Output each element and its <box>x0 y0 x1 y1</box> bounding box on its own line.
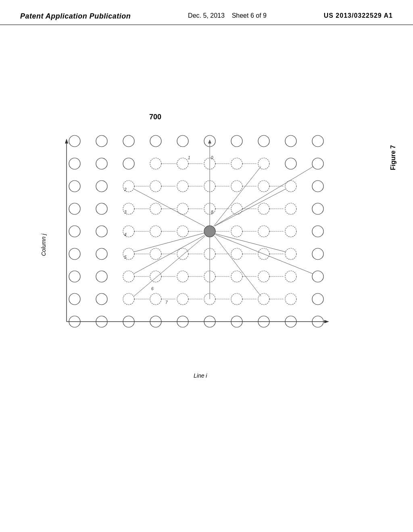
svg-point-26 <box>69 181 80 192</box>
svg-text:5: 5 <box>124 255 127 260</box>
svg-point-93 <box>285 248 296 260</box>
svg-line-144 <box>215 236 261 296</box>
svg-line-141 <box>134 233 204 252</box>
svg-point-57 <box>258 203 269 214</box>
sheet-info: Sheet 6 of 9 <box>232 12 267 19</box>
svg-point-125 <box>258 293 269 305</box>
header-center: Dec. 5, 2013 Sheet 6 of 9 <box>188 12 267 19</box>
svg-point-78 <box>69 248 80 260</box>
svg-point-27 <box>96 181 107 192</box>
svg-point-72 <box>231 226 242 237</box>
svg-point-76 <box>285 226 296 237</box>
svg-point-100 <box>150 271 161 282</box>
svg-point-128 <box>312 293 323 305</box>
svg-point-15 <box>177 158 188 169</box>
svg-line-148 <box>215 235 313 274</box>
publication-date: Dec. 5, 2013 <box>188 12 225 19</box>
svg-point-60 <box>312 203 323 214</box>
svg-point-127 <box>285 293 296 305</box>
svg-point-113 <box>96 293 107 305</box>
svg-point-9 <box>312 135 323 147</box>
svg-point-85 <box>177 248 188 260</box>
figure-7-svg: 1 0 2 <box>60 133 343 367</box>
svg-point-6 <box>231 135 242 147</box>
svg-marker-153 <box>65 139 68 143</box>
svg-point-108 <box>258 271 269 282</box>
svg-marker-155 <box>324 320 329 323</box>
svg-point-8 <box>285 135 296 147</box>
svg-point-117 <box>150 293 161 305</box>
svg-point-123 <box>231 293 242 305</box>
svg-point-95 <box>69 271 80 282</box>
svg-point-97 <box>123 271 134 282</box>
svg-line-145 <box>215 189 286 226</box>
svg-point-111 <box>312 271 323 282</box>
svg-point-119 <box>177 293 188 305</box>
axis-x-label: Line i <box>194 372 207 379</box>
svg-point-1 <box>96 135 107 147</box>
svg-line-147 <box>215 234 286 252</box>
svg-point-13 <box>150 158 161 169</box>
patent-number: US 2013/0322529 A1 <box>324 12 393 19</box>
svg-point-10 <box>69 158 80 169</box>
svg-point-62 <box>96 226 107 237</box>
svg-text:2: 2 <box>124 187 127 192</box>
svg-point-94 <box>312 248 323 260</box>
svg-text:6: 6 <box>151 287 154 291</box>
publication-title: Patent Application Publication <box>20 12 131 21</box>
svg-point-77 <box>312 226 323 237</box>
svg-point-3 <box>150 135 161 147</box>
svg-point-114 <box>123 293 134 305</box>
svg-point-96 <box>96 271 107 282</box>
svg-point-0 <box>69 135 80 147</box>
svg-point-21 <box>231 158 242 169</box>
svg-point-74 <box>258 226 269 237</box>
svg-text:4: 4 <box>124 233 127 237</box>
svg-text:7: 7 <box>165 300 168 305</box>
svg-point-31 <box>150 181 161 192</box>
svg-point-79 <box>96 248 107 260</box>
svg-text:3: 3 <box>124 210 127 214</box>
svg-point-11 <box>96 158 107 169</box>
svg-point-24 <box>285 158 296 169</box>
svg-marker-151 <box>208 139 211 143</box>
svg-point-43 <box>69 203 80 214</box>
svg-point-25 <box>312 158 323 169</box>
svg-text:1: 1 <box>188 156 190 160</box>
svg-point-42 <box>312 181 323 192</box>
svg-point-59 <box>285 203 296 214</box>
svg-point-4 <box>177 135 188 147</box>
svg-text:0: 0 <box>211 156 213 160</box>
svg-point-7 <box>258 135 269 147</box>
svg-point-89 <box>231 248 242 260</box>
svg-point-106 <box>231 271 242 282</box>
svg-point-68 <box>177 226 188 237</box>
svg-point-112 <box>69 293 80 305</box>
svg-point-61 <box>69 226 80 237</box>
svg-point-48 <box>150 203 161 214</box>
svg-point-70 <box>204 226 215 237</box>
svg-line-142 <box>134 235 204 274</box>
axis-y-label: Column j <box>40 234 47 256</box>
svg-point-39 <box>258 181 269 192</box>
svg-line-146 <box>215 166 313 226</box>
svg-text:8: 8 <box>211 210 213 214</box>
svg-line-140 <box>134 189 205 227</box>
svg-point-66 <box>150 226 161 237</box>
svg-point-37 <box>231 181 242 192</box>
page-header: Patent Application Publication Dec. 5, 2… <box>0 0 413 25</box>
svg-point-83 <box>150 248 161 260</box>
svg-point-44 <box>96 203 107 214</box>
svg-point-102 <box>177 271 188 282</box>
diagram-container: 700 Column j Line i <box>24 113 379 387</box>
svg-point-33 <box>177 181 188 192</box>
figure-label: Figure 7 <box>390 145 397 170</box>
svg-point-110 <box>285 271 296 282</box>
svg-line-143 <box>134 236 205 296</box>
diagram-title: 700 <box>149 113 161 121</box>
svg-line-139 <box>214 166 261 226</box>
svg-point-12 <box>123 158 134 169</box>
svg-point-2 <box>123 135 134 147</box>
